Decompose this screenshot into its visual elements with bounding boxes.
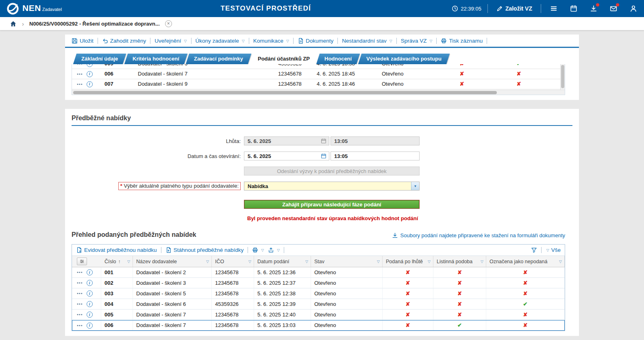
select-dropdown-button[interactable]: ▼ [411, 182, 419, 190]
create-vz-button[interactable]: Založit VZ [494, 5, 535, 12]
row-info-icon[interactable]: i [87, 301, 93, 307]
documents-button[interactable]: Dokumenty [298, 38, 333, 44]
row-info-icon[interactable]: i [87, 71, 93, 77]
breadcrumb-item[interactable]: N006/25/V00005292 - Řešení optimalizace … [29, 21, 160, 27]
filter-dropdown-icon[interactable]: ▽ [559, 260, 562, 264]
cell-mark: ✘ [435, 69, 488, 79]
home-icon[interactable] [10, 20, 17, 27]
manage-vz-menu[interactable]: Správa VZ▽ [401, 38, 433, 44]
vertical-scrollbar[interactable] [560, 64, 565, 90]
row-info-icon[interactable]: i [87, 64, 93, 67]
files-download-link[interactable]: Soubory podání najdete připravené ke sta… [392, 232, 565, 238]
downloads-button[interactable] [590, 4, 598, 13]
filter-dropdown-icon[interactable]: ▽ [127, 260, 130, 264]
save-button[interactable]: Uložit [72, 38, 94, 44]
nen-logo[interactable]: NEN Zadavatel [7, 2, 80, 15]
row-info-icon[interactable]: i [87, 269, 93, 275]
scrollbar-thumb[interactable] [73, 91, 497, 94]
table-row[interactable]: ••• i 005 Dodavatel - školení 7 12345678… [72, 310, 565, 320]
submission-type-select[interactable]: Nabídka ▼ [244, 182, 420, 191]
filter-button[interactable] [531, 247, 537, 253]
export-button[interactable]: ▽ [268, 247, 280, 253]
publication-menu[interactable]: Uveřejnění▽ [154, 38, 187, 44]
filter-dropdown-icon[interactable]: ▽ [377, 260, 380, 264]
row-menu-icon[interactable]: ••• [77, 79, 83, 89]
column-header-paper[interactable]: Listinná podoba▽ [433, 256, 486, 267]
cell-not-submitted-mark: ✘ [486, 267, 565, 277]
tab-hodnoceni[interactable]: Hodnocení [316, 54, 360, 64]
table-row[interactable]: ••• i 001 Dodavatel - školení 2 12345678… [72, 267, 565, 278]
column-header-late[interactable]: Podaná po lhůtě▽ [383, 256, 433, 267]
nonstandard-state-menu[interactable]: Nestandardní stav▽ [342, 38, 392, 44]
horizontal-scrollbar[interactable] [72, 90, 565, 95]
filter-dropdown-icon[interactable]: ▽ [428, 260, 431, 264]
brand-role: Zadavatel [42, 7, 62, 12]
register-bid-button[interactable]: Evidovat předběžnou nabídku [76, 247, 157, 253]
clock-time: 22:39:05 [461, 6, 481, 12]
tab-zadavaci-podminky[interactable]: Zadávací podmínky [186, 54, 251, 64]
bids-table-header: Číslo↑▽ Název dodavatele▽ IČO▽ Datum pod… [72, 256, 565, 267]
opening-time-field[interactable]: 13:05 [331, 152, 420, 160]
row-info-icon[interactable]: i [87, 312, 93, 318]
communication-menu[interactable]: Komunikace▽ [253, 38, 289, 44]
menu-button[interactable] [550, 4, 558, 13]
tab-vysledek[interactable]: Výsledek zadávacího postupu [358, 54, 450, 64]
cell-number: 002 [101, 278, 133, 288]
table-row[interactable]: ••• i 004 Dodavatel - školení 6 45359326… [72, 299, 565, 310]
tab-podani-ucastniku[interactable]: Podání účastníků ZP [250, 54, 318, 64]
print-table-button[interactable]: ▽ [252, 247, 264, 253]
row-menu-icon[interactable]: ••• [77, 64, 83, 69]
row-menu-icon[interactable]: ••• [77, 69, 83, 79]
table-row[interactable]: ••• i 003 Dodavatel - školení 5 12345678… [72, 288, 565, 299]
download-bids-button[interactable]: Stáhnout předběžné nabídky [165, 247, 244, 253]
calendar-button[interactable] [570, 4, 578, 13]
row-menu-icon[interactable]: ••• [77, 310, 83, 320]
column-header-status[interactable]: Stav▽ [311, 256, 383, 267]
deadline-label: Lhůta: [65, 138, 244, 144]
row-menu-icon[interactable]: ••• [77, 288, 83, 299]
filter-dropdown-icon[interactable]: ▽ [206, 260, 209, 264]
print-record-button[interactable]: Tisk záznamu [441, 38, 483, 44]
dropdown-icon: ▽ [430, 39, 433, 43]
column-header-number[interactable]: Číslo↑▽ [101, 256, 133, 267]
filter-dropdown-icon[interactable]: ▽ [305, 260, 308, 264]
column-header-ico[interactable]: IČO▽ [212, 256, 254, 267]
user-button[interactable] [629, 4, 637, 13]
cell-status: Otevřeno [311, 288, 383, 299]
row-info-icon[interactable]: i [87, 280, 93, 286]
opening-date-field[interactable]: 5. 6. 2025 [244, 152, 329, 160]
close-record-icon[interactable]: × [165, 20, 172, 27]
column-chooser-button[interactable] [77, 258, 87, 265]
column-header-not-submitted[interactable]: Označena jako nepodaná▽ [486, 256, 565, 267]
column-header-date[interactable]: Datum podání▽ [254, 256, 311, 267]
table-row[interactable]: ••• i 006 Dodavatel - školení 7 12345678… [72, 320, 565, 331]
calendar-icon[interactable] [321, 153, 326, 159]
row-menu-icon[interactable]: ••• [77, 321, 83, 331]
table-row[interactable]: ••• i 006 Dodavatel - školení 7 12345678… [72, 69, 565, 79]
tab-zakladni-udaje[interactable]: Základní údaje [73, 54, 126, 64]
filter-dropdown-icon[interactable]: ▽ [248, 260, 251, 264]
table-row[interactable]: ••• i 009 Dodavatel - školení 6 45359326… [72, 64, 565, 69]
row-actions: ••• i [72, 278, 101, 288]
discard-changes-button[interactable]: Zahodit změny [102, 38, 146, 44]
row-menu-icon[interactable]: ••• [77, 278, 83, 288]
row-menu-icon[interactable]: ••• [77, 267, 83, 277]
filter-dropdown-icon[interactable]: ▽ [481, 260, 483, 264]
contracting-actions-menu[interactable]: Úkony zadavatele▽ [196, 38, 245, 44]
tab-kriteria-hodnoceni[interactable]: Kritéria hodnocení [124, 54, 187, 64]
row-info-icon[interactable]: i [87, 81, 93, 87]
cell-date: 5. 6. 2025 12:37 [254, 278, 311, 288]
row-info-icon[interactable]: i [87, 323, 93, 329]
funnel-icon [531, 247, 537, 253]
column-header-supplier[interactable]: Název dodavatele▽ [133, 256, 212, 267]
save-icon [72, 38, 78, 44]
view-all-dropdown[interactable]: ▽ Vše [546, 247, 561, 253]
scrollbar-thumb[interactable] [561, 65, 564, 88]
start-next-phase-button[interactable]: Zahájit přípravu následující fáze podání [244, 200, 420, 209]
messages-button[interactable] [609, 4, 618, 13]
row-info-icon[interactable]: i [87, 290, 93, 297]
participants-table: ••• i 009 Dodavatel - školení 6 45359326… [72, 64, 565, 89]
table-row[interactable]: ••• i 002 Dodavatel - školení 3 12345678… [72, 278, 565, 288]
table-row[interactable]: ••• i 007 Dodavatel - školení 9 12345678… [72, 79, 565, 89]
row-menu-icon[interactable]: ••• [77, 299, 83, 309]
